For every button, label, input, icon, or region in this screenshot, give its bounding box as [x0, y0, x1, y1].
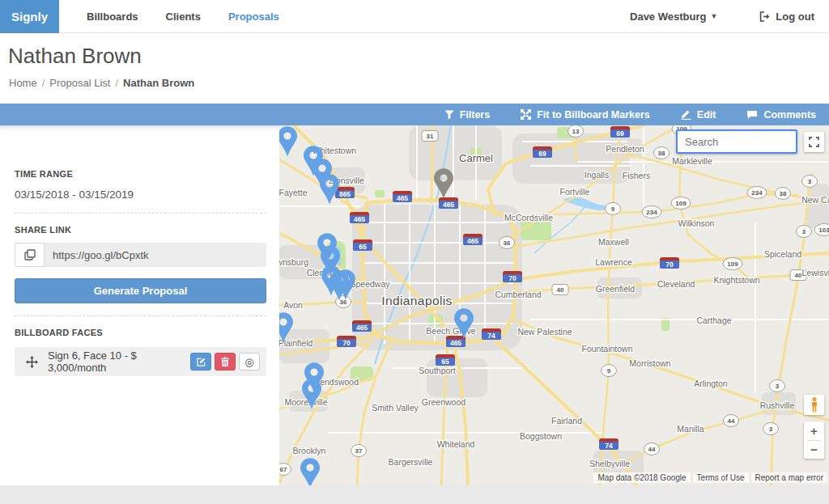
us-route-shield: 31 [422, 131, 438, 142]
user-menu[interactable]: Dave Westburg ▼ [630, 11, 717, 23]
state-route-shield: 36 [500, 237, 515, 249]
svg-text:109: 109 [675, 200, 687, 207]
pegman-control[interactable] [804, 395, 824, 415]
state-route-shield: 38 [654, 147, 670, 159]
interstate-shield: 70 [503, 271, 522, 282]
state-route-shield: 234 [747, 187, 767, 199]
state-route-shield: 9 [606, 203, 621, 215]
generate-proposal-button[interactable]: Generate Proposal [15, 278, 266, 303]
pegman-icon [810, 397, 819, 413]
map-label-lawrence: Lawrence [595, 257, 632, 267]
interstate-shield: 465 [350, 212, 369, 223]
interstate-shield: 70 [337, 336, 356, 347]
breadcrumb-proposal-list[interactable]: Proposal List [49, 77, 110, 89]
map-label-fayette: Fayette [279, 188, 308, 197]
svg-text:70: 70 [665, 260, 674, 269]
map-label-bargersville: Bargersville [389, 457, 433, 467]
svg-text:3: 3 [776, 383, 780, 390]
map-label-pendleton: Pendleton [606, 144, 644, 154]
map-label-knightstown: Knightstown [713, 275, 759, 285]
nav-item-proposals[interactable]: Proposals [228, 11, 279, 23]
map-label-carmel: Carmel [459, 152, 493, 164]
drag-handle-icon[interactable] [26, 356, 38, 368]
state-route-shield: 234 [642, 206, 661, 218]
map-label-spiceland: Spiceland [764, 249, 801, 259]
map-label-new-palestine: New Palestine [517, 327, 572, 337]
terms-of-use-link[interactable]: Terms of Use [693, 472, 749, 483]
state-route-shield: 67 [279, 464, 291, 476]
logout-button[interactable]: Log out [759, 11, 814, 23]
us-route-shield: 40 [552, 285, 568, 295]
map-label-lewisville: Lewisville [802, 268, 829, 277]
share-link-input[interactable] [45, 243, 266, 267]
top-nav: Signly Billboards Clients Proposals Dave… [0, 0, 829, 33]
nav-item-clients[interactable]: Clients [166, 11, 201, 23]
bullseye-icon: ◎ [244, 357, 253, 367]
svg-text:65: 65 [441, 358, 449, 366]
breadcrumb-current: Nathan Brown [123, 77, 194, 89]
zoom-in-button[interactable]: + [804, 421, 824, 440]
svg-text:465: 465 [450, 339, 461, 347]
map-label-indianapolis: Indianapolis [381, 294, 453, 307]
copy-icon [24, 249, 36, 260]
interstate-shield: 69 [610, 126, 630, 138]
interstate-shield: 865 [335, 187, 355, 198]
svg-text:465: 465 [467, 237, 478, 245]
state-route-shield: 13 [568, 125, 584, 138]
nav-right: Dave Westburg ▼ Log out [630, 11, 814, 23]
face-locate-button[interactable]: ◎ [239, 353, 260, 371]
map-label-maxwell: Maxwell [598, 237, 629, 247]
state-route-shield: 109 [671, 197, 691, 210]
svg-text:465: 465 [397, 194, 408, 202]
breadcrumb-home[interactable]: Home [9, 77, 37, 89]
interstate-shield: 465 [352, 320, 372, 332]
map-tiles: 6969865465465465465465465656570707074743… [279, 125, 829, 485]
interstate-shield: 70 [660, 257, 679, 269]
face-edit-button[interactable] [190, 353, 211, 371]
svg-text:74: 74 [605, 442, 613, 450]
svg-text:109: 109 [727, 260, 738, 268]
filter-icon [444, 110, 454, 120]
edit-button[interactable]: Edit [681, 109, 716, 121]
svg-text:69: 69 [616, 129, 624, 138]
svg-text:465: 465 [354, 215, 365, 223]
report-map-error-link[interactable]: Report a map error [751, 472, 827, 483]
map-search-input[interactable] [678, 131, 796, 152]
fit-to-markers-button[interactable]: Fit to Billboard Markers [521, 109, 650, 121]
map-label-mooresville: Mooresville [284, 397, 327, 407]
map-label-boggstown: Boggstown [520, 431, 562, 441]
svg-text:9: 9 [611, 205, 615, 213]
breadcrumb-separator: / [115, 77, 118, 89]
face-delete-button[interactable] [215, 353, 236, 371]
svg-text:31: 31 [427, 133, 434, 140]
map-canvas[interactable]: 6969865465465465465465465656570707074743… [279, 125, 829, 485]
map-attribution: Map data ©2018 Google Terms of Use Repor… [591, 472, 827, 483]
state-route-shield: 3 [763, 423, 779, 435]
copy-link-button[interactable] [15, 243, 45, 267]
state-route-shield: 103 [814, 224, 829, 236]
interstate-shield: 65 [436, 354, 455, 366]
interstate-shield: 74 [482, 328, 501, 340]
comments-button[interactable]: Comments [746, 109, 816, 121]
state-route-shield: 44 [724, 415, 739, 427]
logout-label: Log out [776, 11, 814, 23]
zoom-control: + − [804, 421, 824, 459]
svg-text:234: 234 [751, 189, 763, 197]
map-label-fountaintown: Fountaintown [581, 344, 632, 354]
brand-logo[interactable]: Signly [0, 0, 59, 33]
state-route-shield: 9 [602, 365, 617, 377]
proposal-side-panel: TIME RANGE 03/15/2018 - 03/15/2019 SHARE… [0, 125, 279, 485]
user-name: Dave Westburg [630, 11, 706, 23]
fullscreen-icon [809, 137, 819, 147]
nav-item-billboards[interactable]: Billboards [87, 11, 138, 23]
svg-text:865: 865 [339, 190, 351, 198]
state-route-shield: 37 [351, 445, 367, 457]
zoom-out-button[interactable]: − [804, 441, 824, 460]
map-toolbar: Filters Fit to Billboard Markers Edit Co… [0, 104, 829, 125]
map-label-ingalls: Ingalls [585, 170, 609, 180]
billboard-face-row: Sign 6, Face 10 - $ 3,000/month ◎ [15, 347, 266, 376]
filters-button[interactable]: Filters [444, 109, 491, 121]
map-search-box[interactable] [676, 129, 797, 154]
fullscreen-button[interactable] [804, 132, 824, 152]
svg-text:465: 465 [356, 324, 368, 332]
